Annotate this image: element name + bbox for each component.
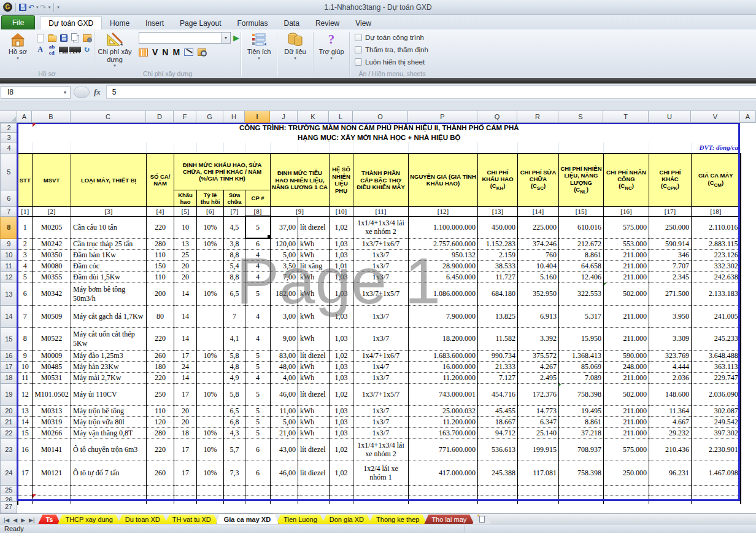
cell[interactable]: 117.081: [518, 461, 559, 485]
sheet-tab-tien-luong[interactable]: Tien Luong: [276, 515, 325, 524]
cell[interactable]: 38.533: [478, 260, 518, 271]
row-header[interactable]: 9: [1, 238, 18, 249]
cell[interactable]: kWh: [298, 271, 330, 282]
checkbox[interactable]: [355, 58, 362, 66]
cell[interactable]: 28.900.000: [409, 260, 478, 271]
cell[interactable]: 4: [245, 249, 271, 260]
cell[interactable]: [741, 495, 756, 504]
cell[interactable]: 11.582: [478, 327, 518, 350]
cell[interactable]: 536.613: [478, 438, 518, 461]
cell[interactable]: [741, 260, 756, 271]
cell[interactable]: STT: [18, 154, 33, 207]
cell[interactable]: 1,02: [330, 461, 353, 485]
cell[interactable]: M0080: [33, 260, 71, 271]
cell[interactable]: 1,01: [330, 260, 353, 271]
column-header-U[interactable]: U: [649, 111, 691, 123]
cell[interactable]: 220: [147, 438, 174, 461]
cell[interactable]: 3,50: [271, 260, 298, 271]
column-header-H[interactable]: H: [223, 111, 245, 123]
cell[interactable]: [15]: [559, 207, 604, 217]
cell[interactable]: 2.345: [649, 271, 692, 282]
cell[interactable]: [17]: [649, 207, 692, 217]
cell[interactable]: 5,00: [271, 416, 298, 427]
cell[interactable]: 46,00: [271, 461, 298, 485]
cell[interactable]: 10.404: [518, 260, 559, 271]
cell[interactable]: kWh: [298, 416, 330, 427]
cell[interactable]: [245, 142, 271, 154]
cell[interactable]: 1,02: [330, 383, 353, 405]
cell[interactable]: THÀNH PHẦN CẤP BẬC THỢ ĐIỀU KHIỂN MÁY: [353, 154, 409, 207]
cell[interactable]: [18, 142, 33, 154]
cell[interactable]: [741, 461, 756, 485]
cell[interactable]: 4: [245, 327, 271, 350]
cell[interactable]: 1.467.098: [692, 461, 741, 485]
cell[interactable]: 5: [18, 271, 33, 282]
cell[interactable]: 14: [174, 282, 197, 305]
cell[interactable]: CHI PHÍ KHÁC(CCPK): [649, 154, 692, 207]
cell[interactable]: Máy ủi 110CV: [71, 383, 147, 405]
cell[interactable]: [741, 216, 756, 238]
cell[interactable]: [604, 142, 649, 154]
cell[interactable]: [478, 142, 518, 154]
cost-item-combobox[interactable]: ▼: [139, 32, 231, 44]
redo-dropdown-icon[interactable]: ▾: [48, 5, 51, 10]
cell[interactable]: 20: [174, 271, 197, 282]
cell[interactable]: M0509: [33, 305, 71, 327]
cell[interactable]: 10: [18, 361, 33, 372]
cell[interactable]: 211.000: [604, 416, 649, 427]
cell[interactable]: 120: [147, 416, 174, 427]
cell[interactable]: 2.133.183: [692, 282, 741, 305]
cell[interactable]: NGUYÊN GIÁ (GIÁ TÍNH KHẤU HAO): [409, 154, 478, 207]
last-sheet-icon[interactable]: ▶|: [28, 517, 36, 523]
cell[interactable]: [197, 372, 224, 383]
cell[interactable]: Máy trộn vữa 80l: [71, 416, 147, 427]
cell[interactable]: 1,02: [330, 350, 353, 361]
chi-phi-xay-dung-button[interactable]: Chi phí xây dựng ▾: [96, 30, 134, 68]
prev-sheet-icon[interactable]: ◀: [12, 517, 18, 523]
cell[interactable]: 3,00: [271, 305, 298, 327]
cell[interactable]: Đầm bàn 1Kw: [71, 249, 147, 260]
cell[interactable]: lít diezel: [298, 350, 330, 361]
cell[interactable]: 7: [224, 305, 245, 327]
cell[interactable]: HẠNG MỤC: XÂY MỚI NHÀ HỌC + NHÀ HIỆU BỘ: [18, 133, 741, 142]
cell[interactable]: [1]: [18, 207, 33, 217]
cell[interactable]: 1x3/7: [353, 271, 409, 282]
cell[interactable]: 323.769: [649, 350, 692, 361]
cell[interactable]: 2.036.090: [692, 383, 741, 405]
cell[interactable]: 12.406: [559, 271, 604, 282]
cell[interactable]: [271, 485, 298, 495]
cell[interactable]: 8.861: [559, 249, 604, 260]
cell[interactable]: 1x3/7: [353, 405, 409, 416]
cell[interactable]: 18: [174, 427, 197, 438]
cell[interactable]: [197, 271, 224, 282]
cell[interactable]: lít diezel: [298, 461, 330, 485]
cell[interactable]: 250: [147, 383, 174, 405]
cell[interactable]: 2.159: [478, 249, 518, 260]
cell[interactable]: [197, 305, 224, 327]
cell[interactable]: [197, 405, 224, 416]
cell[interactable]: 182,00: [271, 282, 298, 305]
cell[interactable]: lít diezel: [298, 216, 330, 238]
cell[interactable]: M0266: [33, 427, 71, 438]
cell[interactable]: 1x3/7: [353, 416, 409, 427]
cell[interactable]: 211.000: [604, 405, 649, 416]
cell[interactable]: 5: [245, 427, 271, 438]
row-header[interactable]: 13: [1, 282, 18, 305]
cell[interactable]: 11.364: [649, 405, 692, 416]
cell[interactable]: Máy vận thăng 0,8T: [71, 427, 147, 438]
cell[interactable]: 1,03: [330, 238, 353, 249]
cell[interactable]: [13]: [478, 207, 518, 217]
column-header-O[interactable]: O: [353, 111, 408, 123]
cell[interactable]: 37,00: [271, 216, 298, 238]
cell[interactable]: 7: [18, 305, 33, 327]
cell[interactable]: [18, 485, 33, 495]
checkbox[interactable]: [355, 34, 362, 41]
cell[interactable]: ĐVT: đồng/ca: [692, 142, 741, 154]
row-header[interactable]: 8: [1, 216, 18, 238]
cell[interactable]: 212.672: [559, 238, 604, 249]
cell[interactable]: [353, 485, 409, 495]
cell[interactable]: 211.000: [604, 305, 649, 327]
cell[interactable]: lít diezel: [298, 438, 330, 461]
cell[interactable]: CÔNG TRÌNH: TRƯỜNG MẦM NON CẨM PHÚ PHÂN …: [18, 123, 741, 133]
cell[interactable]: 25.000.032: [409, 405, 478, 416]
